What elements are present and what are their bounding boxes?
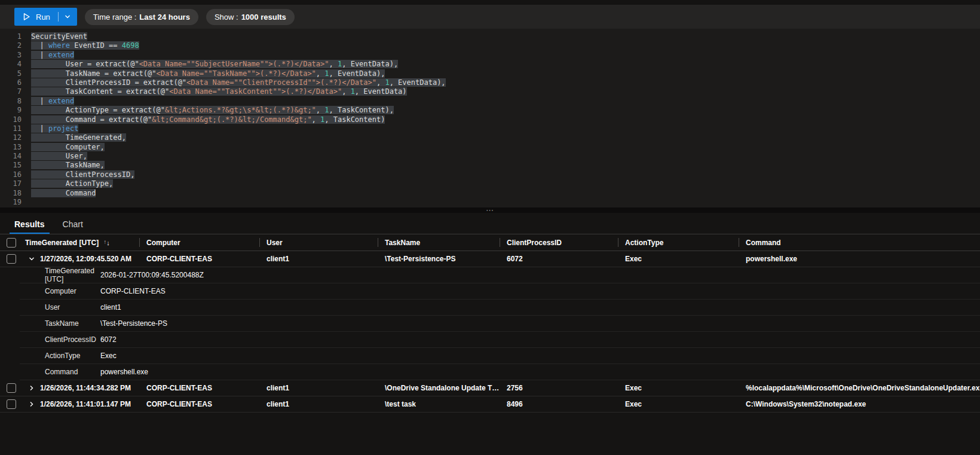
time-range-value: Last 24 hours: [139, 13, 190, 22]
code-line[interactable]: 14 User,: [0, 152, 980, 161]
code-line[interactable]: 6 ClientProcessID = extract(@"<Data Name…: [0, 78, 980, 87]
column-header-command[interactable]: Command: [739, 234, 980, 251]
detail-row: TimeGenerated [UTC] 2026-01-27T00:09:45.…: [20, 267, 980, 283]
cell-actiontype: Exec: [625, 384, 642, 392]
run-dropdown-chevron-icon[interactable]: [64, 13, 71, 20]
results-panel: Results Chart TimeGenerated [UTC] ↑↓ Com…: [0, 213, 980, 455]
table-row[interactable]: 1/27/2026, 12:09:45.520 AM CORP-CLIENT-E…: [0, 251, 980, 267]
cell-command: C:\Windows\System32\notepad.exe: [746, 400, 866, 408]
code-line[interactable]: 1SecurityEvent: [0, 32, 980, 41]
line-number: 16: [0, 170, 22, 179]
table-row[interactable]: 1/26/2026, 11:44:34.282 PM CORP-CLIENT-E…: [0, 380, 980, 396]
cell-computer: CORP-CLIENT-EAS: [146, 255, 212, 263]
code-line[interactable]: 13 Computer,: [0, 143, 980, 152]
show-value: 1000 results: [241, 13, 286, 22]
detail-label: ClientProcessID: [20, 335, 100, 344]
row-checkbox[interactable]: [7, 383, 16, 393]
detail-row: ActionType Exec: [20, 348, 980, 364]
line-number: 17: [0, 179, 22, 188]
code-line[interactable]: 18 Command: [0, 189, 980, 198]
show-label: Show :: [215, 13, 238, 22]
code-line[interactable]: 9 ActionType = extract(@"&lt;Actions.*?&…: [0, 106, 980, 115]
code-line[interactable]: 8 | extend: [0, 97, 980, 106]
code-line[interactable]: 3 | extend: [0, 51, 980, 60]
run-button[interactable]: Run: [14, 8, 77, 26]
code-line[interactable]: 16 ClientProcessID,: [0, 170, 980, 179]
cell-clientprocessid: 8496: [507, 400, 523, 408]
detail-label: ActionType: [20, 352, 100, 360]
line-number: 2: [0, 41, 22, 50]
select-all-checkbox[interactable]: [7, 238, 16, 248]
line-number: 9: [0, 106, 22, 115]
detail-value: 2026-01-27T00:09:45.5200488Z: [100, 271, 204, 279]
column-header-computer[interactable]: Computer: [139, 234, 259, 251]
editor-results-splitter[interactable]: ⋯: [0, 207, 980, 213]
detail-label: User: [20, 303, 100, 312]
cell-taskname: \OneDrive Standalone Update T…: [385, 384, 499, 392]
tab-results[interactable]: Results: [10, 216, 50, 234]
row-expand-chevron-icon[interactable]: [23, 255, 40, 262]
cell-timegenerated: 1/26/2026, 11:41:01.147 PM: [40, 400, 131, 408]
code-line[interactable]: 5 TaskName = extract(@"<Data Name=""Task…: [0, 69, 980, 78]
row-expand-chevron-icon[interactable]: [23, 384, 40, 392]
sort-icon[interactable]: ↑↓: [103, 239, 110, 247]
query-toolbar: Run Time range : Last 24 hours Show : 10…: [0, 5, 980, 29]
line-number: 18: [0, 189, 22, 198]
cell-actiontype: Exec: [625, 400, 642, 408]
row-checkbox[interactable]: [7, 399, 16, 409]
table-row[interactable]: 1/26/2026, 11:41:01.147 PM CORP-CLIENT-E…: [0, 396, 980, 413]
log-analytics-query-view: Run Time range : Last 24 hours Show : 10…: [0, 0, 980, 455]
line-number: 1: [0, 32, 22, 41]
cell-command: powershell.exe: [746, 255, 797, 263]
line-number: 7: [0, 87, 22, 96]
detail-value: powershell.exe: [100, 368, 148, 376]
detail-value: CORP-CLIENT-EAS: [100, 287, 166, 295]
cell-computer: CORP-CLIENT-EAS: [146, 384, 212, 392]
code-line[interactable]: 12 TimeGenerated,: [0, 133, 980, 142]
results-grid-body: 1/27/2026, 12:09:45.520 AM CORP-CLIENT-E…: [0, 251, 980, 413]
column-header-actiontype[interactable]: ActionType: [618, 234, 739, 251]
cell-taskname: \test task: [385, 400, 416, 408]
code-line[interactable]: 11 | project: [0, 124, 980, 133]
line-number: 8: [0, 97, 22, 106]
cell-computer: CORP-CLIENT-EAS: [146, 400, 212, 408]
line-number: 19: [0, 198, 22, 207]
line-number: 10: [0, 115, 22, 124]
kql-query-editor[interactable]: 1SecurityEvent2 | where EventID == 46983…: [0, 29, 980, 207]
code-line[interactable]: 7 TaskContent = extract(@"<Data Name=""T…: [0, 87, 980, 96]
line-number: 13: [0, 143, 22, 152]
code-line[interactable]: 10 Command = extract(@"&lt;Command&gt;(.…: [0, 115, 980, 124]
line-number: 11: [0, 124, 22, 133]
detail-row: ClientProcessID 6072: [20, 332, 980, 348]
cell-taskname: \Test-Persistence-PS: [385, 255, 456, 263]
column-header-clientprocessid[interactable]: ClientProcessID: [500, 234, 618, 251]
detail-row: Computer CORP-CLIENT-EAS: [20, 283, 980, 300]
column-header-user[interactable]: User: [259, 234, 378, 251]
detail-value: 6072: [100, 335, 117, 344]
time-range-picker[interactable]: Time range : Last 24 hours: [85, 9, 198, 25]
cell-timegenerated: 1/26/2026, 11:44:34.282 PM: [40, 384, 131, 392]
cell-actiontype: Exec: [625, 255, 642, 263]
column-header-timegenerated[interactable]: TimeGenerated [UTC] ↑↓: [23, 234, 139, 251]
line-number: 3: [0, 51, 22, 60]
show-results-limit[interactable]: Show : 1000 results: [206, 9, 295, 25]
cell-command: %localappdata%\Microsoft\OneDrive\OneDri…: [746, 384, 980, 392]
detail-row: Command powershell.exe: [20, 364, 980, 380]
column-header-taskname[interactable]: TaskName: [378, 234, 500, 251]
detail-label: TaskName: [20, 319, 100, 328]
detail-value: \Test-Persistence-PS: [100, 319, 167, 328]
time-range-label: Time range :: [93, 13, 137, 22]
line-number: 4: [0, 60, 22, 69]
code-line[interactable]: 4 User = extract(@"<Data Name=""SubjectU…: [0, 60, 980, 69]
code-line[interactable]: 2 | where EventID == 4698: [0, 41, 980, 50]
tab-chart[interactable]: Chart: [58, 216, 88, 234]
detail-label: Command: [20, 368, 100, 376]
cell-timegenerated: 1/27/2026, 12:09:45.520 AM: [40, 255, 131, 263]
code-line[interactable]: 15 TaskName,: [0, 161, 980, 170]
row-checkbox[interactable]: [7, 254, 16, 264]
line-number: 5: [0, 69, 22, 78]
row-expand-chevron-icon[interactable]: [23, 401, 40, 408]
detail-row: User client1: [20, 300, 980, 316]
code-line[interactable]: 17 ActionType,: [0, 179, 980, 188]
line-number: 15: [0, 161, 22, 170]
